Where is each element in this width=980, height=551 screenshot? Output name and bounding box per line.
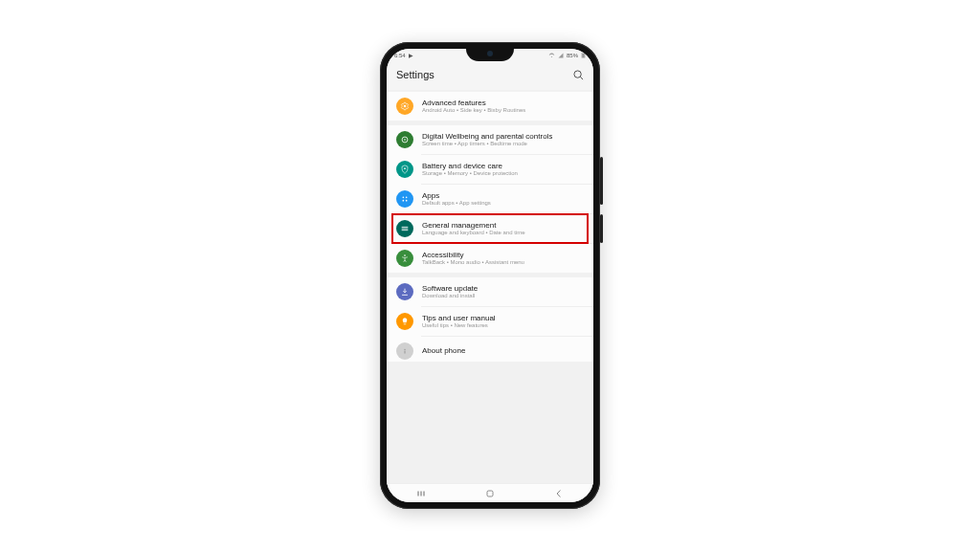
row-battery-device-care[interactable]: Battery and device care Storage • Memory… <box>387 155 593 184</box>
row-tips-manual[interactable]: Tips and user manual Useful tips • New f… <box>387 307 593 336</box>
svg-point-3 <box>404 105 407 108</box>
battery-icon <box>581 52 586 58</box>
row-title: Accessibility <box>422 251 524 259</box>
row-general-management[interactable]: General management Language and keyboard… <box>387 214 593 243</box>
general-management-icon <box>396 220 413 237</box>
svg-point-9 <box>403 200 405 202</box>
row-title: Software update <box>422 284 478 293</box>
play-icon: ▶ <box>409 52 413 58</box>
notch <box>466 49 514 61</box>
row-title: Battery and device care <box>422 162 518 170</box>
row-about-phone[interactable]: About phone <box>387 337 593 362</box>
digital-wellbeing-icon <box>396 131 413 148</box>
status-time: 6:54 <box>394 53 406 58</box>
row-sub: Default apps • App settings <box>422 200 491 207</box>
battery-label: 85% <box>567 53 578 58</box>
row-title: Apps <box>422 191 491 200</box>
device-care-icon <box>396 161 413 178</box>
search-icon[interactable] <box>573 70 584 80</box>
row-title: Tips and user manual <box>422 314 496 322</box>
svg-rect-14 <box>487 491 493 496</box>
software-update-icon <box>396 283 413 300</box>
nav-bar <box>387 483 593 502</box>
row-apps[interactable]: Apps Default apps • App settings <box>387 185 593 213</box>
svg-point-11 <box>404 254 406 256</box>
row-sub: Screen time • App timers • Bedtime mode <box>422 141 552 147</box>
screen: 6:54 ▶ 85% Settings <box>387 49 593 502</box>
row-title: General management <box>422 221 525 230</box>
row-sub: Download and install <box>422 293 478 299</box>
signal-icon <box>558 53 564 58</box>
back-icon[interactable] <box>553 488 565 499</box>
row-accessibility[interactable]: Accessibility TalkBack • Mono audio • As… <box>387 244 593 273</box>
page-title: Settings <box>396 69 434 80</box>
row-sub: Android Auto • Side key • Bixby Routines <box>422 107 525 114</box>
svg-point-7 <box>403 197 405 199</box>
home-icon[interactable] <box>484 488 496 499</box>
power-button <box>600 214 603 243</box>
svg-point-12 <box>404 349 405 350</box>
svg-rect-2 <box>582 54 585 57</box>
volume-button <box>600 157 603 205</box>
settings-header: Settings <box>387 61 593 90</box>
row-advanced-features[interactable]: Advanced features Android Auto • Side ke… <box>387 92 593 121</box>
row-sub: Useful tips • New features <box>422 322 496 329</box>
row-title: Advanced features <box>422 99 525 107</box>
svg-point-10 <box>406 200 408 202</box>
wifi-icon <box>548 53 555 58</box>
row-digital-wellbeing[interactable]: Digital Wellbeing and parental controls … <box>387 125 593 154</box>
row-sub: Language and keyboard • Date and time <box>422 230 525 236</box>
row-sub: TalkBack • Mono audio • Assistant menu <box>422 259 524 266</box>
row-title: About phone <box>422 346 465 355</box>
apps-icon <box>396 190 413 208</box>
svg-rect-1 <box>583 52 585 53</box>
settings-list: Advanced features Android Auto • Side ke… <box>387 90 593 483</box>
accessibility-icon <box>396 250 413 267</box>
recent-apps-icon[interactable] <box>415 488 427 499</box>
advanced-features-icon <box>396 98 413 115</box>
svg-rect-13 <box>405 351 406 354</box>
about-phone-icon <box>396 342 413 360</box>
row-sub: Storage • Memory • Device protection <box>422 170 518 177</box>
svg-point-6 <box>404 167 406 169</box>
svg-point-8 <box>406 197 408 199</box>
row-title: Digital Wellbeing and parental controls <box>422 132 552 141</box>
svg-point-5 <box>404 139 406 141</box>
tips-icon <box>396 313 413 330</box>
phone-frame: 6:54 ▶ 85% Settings <box>380 42 600 509</box>
row-software-update[interactable]: Software update Download and install <box>387 277 593 306</box>
